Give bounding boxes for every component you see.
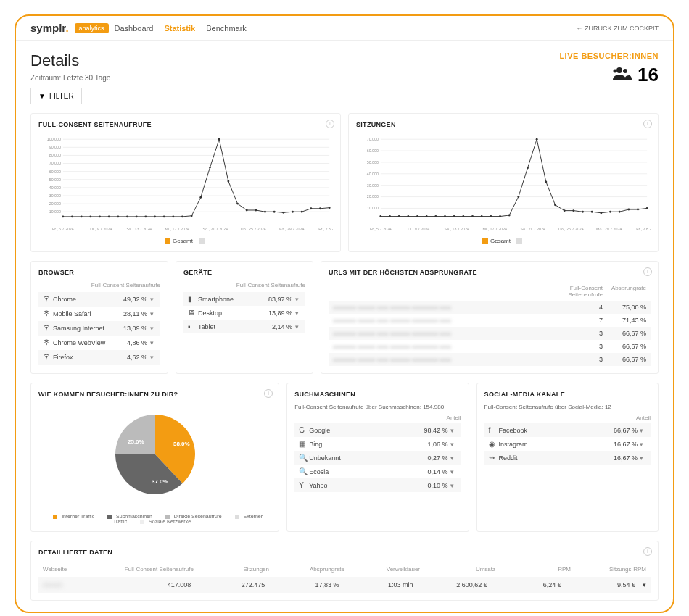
- svg-point-25: [81, 215, 83, 217]
- list-item[interactable]: Firefox4,62 %▾: [38, 350, 160, 365]
- svg-point-87: [490, 215, 492, 217]
- row-icon: [43, 324, 53, 333]
- list-item[interactable]: 🖥Desktop13,89 %▾: [183, 306, 305, 320]
- sessions-chart: 10.00020.00030.00040.00050.00060.00070.0…: [356, 134, 651, 236]
- svg-point-33: [154, 215, 156, 217]
- table-row[interactable]: xxxxxxxx xxxxxx xxxx xxxxxxx xxxxxxxxx x…: [329, 314, 651, 327]
- chevron-down-icon[interactable]: ▾: [448, 441, 457, 448]
- list-item[interactable]: Chrome WebView4,86 %▾: [38, 336, 160, 350]
- svg-point-92: [536, 138, 538, 141]
- row-icon: [43, 353, 53, 362]
- svg-text:60.000: 60.000: [49, 170, 61, 174]
- chevron-down-icon[interactable]: ▾: [292, 323, 301, 330]
- table-row[interactable]: xxxxxxxx xxxxxx xxxx xxxxxxx xxxxxxxxx x…: [329, 327, 651, 340]
- svg-text:Sa., 13.7.2024: Sa., 13.7.2024: [127, 227, 152, 231]
- list-item[interactable]: YYahoo0,10 %▾: [294, 478, 461, 492]
- list-item[interactable]: Mobile Safari28,11 %▾: [38, 307, 160, 321]
- row-icon: G: [299, 426, 309, 434]
- sources-pie-chart: 38.0% 37.0% 25.0%: [94, 404, 217, 505]
- chevron-down-icon[interactable]: ▾: [448, 482, 457, 489]
- back-to-cockpit-link[interactable]: ← ZURÜCK ZUM COCKPIT: [577, 25, 659, 32]
- svg-point-48: [292, 211, 294, 213]
- chevron-down-icon[interactable]: ▾: [638, 441, 646, 448]
- svg-text:30.000: 30.000: [49, 193, 61, 198]
- live-visitors: LIVE BESUCHER:INNEN 16: [559, 51, 659, 86]
- row-icon: [43, 295, 53, 304]
- svg-point-116: [46, 344, 47, 346]
- list-item[interactable]: ▦Bing1,06 %▾: [294, 437, 461, 451]
- list-item[interactable]: ▮Smartphone83,97 %▾: [183, 292, 305, 306]
- list-item[interactable]: ↪Reddit16,67 %▾: [484, 451, 651, 465]
- chart-title: SITZUNGEN: [356, 121, 651, 128]
- nav-dashboard[interactable]: Dashboard: [115, 24, 154, 33]
- svg-point-102: [627, 209, 630, 211]
- list-item[interactable]: 🔍Ecosia0,14 %▾: [294, 465, 461, 478]
- list-item[interactable]: Samsung Internet13,09 %▾: [38, 321, 160, 336]
- table-row[interactable]: xxxxxxxx xxxxxx xxxx xxxxxxx xxxxxxxxx x…: [329, 340, 651, 353]
- svg-point-117: [46, 359, 47, 360]
- row-icon: f: [489, 426, 499, 434]
- svg-point-52: [329, 207, 331, 209]
- svg-text:30.000: 30.000: [367, 183, 379, 188]
- row-icon: 🔍: [299, 467, 309, 475]
- svg-text:Fr., 2.8.2024: Fr., 2.8.2024: [318, 227, 333, 231]
- svg-text:10.000: 10.000: [49, 209, 61, 214]
- table-row[interactable]: xxxxxxxx xxxxxx xxxx xxxxxxx xxxxxxxxx x…: [329, 301, 651, 314]
- info-icon[interactable]: i: [326, 120, 334, 128]
- svg-text:Mo., 29.7.2024: Mo., 29.7.2024: [279, 227, 304, 231]
- page-title: Details: [30, 51, 110, 70]
- chevron-down-icon[interactable]: ▾: [638, 454, 646, 462]
- chevron-down-icon[interactable]: ▾: [147, 310, 156, 317]
- filter-label: FILTER: [49, 92, 74, 100]
- svg-text:25.0%: 25.0%: [128, 438, 144, 445]
- svg-text:Mi., 17.7.2024: Mi., 17.7.2024: [165, 227, 189, 231]
- chevron-down-icon[interactable]: ▾: [292, 309, 301, 317]
- list-item[interactable]: fFacebook66,67 %▾: [484, 423, 651, 437]
- chevron-down-icon[interactable]: ▾: [147, 325, 156, 332]
- svg-text:Mi., 17.7.2024: Mi., 17.7.2024: [482, 227, 507, 231]
- svg-point-98: [591, 211, 593, 213]
- search-engines-card: SUCHMASCHINEN Full-Consent Seitenaufrufe…: [286, 383, 469, 532]
- list-item[interactable]: ▪Tablet2,14 %▾: [183, 320, 305, 333]
- live-label: LIVE BESUCHER:INNEN: [559, 51, 659, 60]
- list-item[interactable]: 🔍Unbekannt0,27 %▾: [294, 451, 461, 465]
- svg-text:70.000: 70.000: [367, 137, 379, 141]
- chevron-down-icon[interactable]: ▾: [448, 468, 457, 475]
- svg-point-104: [646, 207, 648, 209]
- row-icon: ◉: [489, 440, 499, 448]
- svg-text:Sa., 13.7.2024: Sa., 13.7.2024: [445, 227, 470, 231]
- list-item[interactable]: GGoogle98,42 %▾: [294, 423, 461, 437]
- svg-point-101: [619, 211, 621, 213]
- list-item[interactable]: ◉Instagram16,67 %▾: [484, 437, 651, 451]
- info-icon[interactable]: i: [643, 267, 652, 276]
- info-icon[interactable]: i: [643, 120, 652, 128]
- svg-point-115: [46, 330, 47, 331]
- svg-text:50.000: 50.000: [49, 178, 61, 182]
- chevron-down-icon[interactable]: ▾: [147, 339, 156, 346]
- table-row[interactable]: xxxxxxxx xxxxxx xxxx xxxxxxx xxxxxxxxx x…: [329, 353, 651, 366]
- row-icon: [43, 309, 53, 318]
- svg-text:Do., 25.7.2024: Do., 25.7.2024: [241, 227, 266, 231]
- chevron-down-icon[interactable]: ▾: [635, 581, 646, 588]
- chevron-down-icon[interactable]: ▾: [638, 427, 646, 434]
- filter-button[interactable]: ▼ FILTER: [30, 88, 82, 104]
- chevron-down-icon[interactable]: ▾: [292, 296, 301, 303]
- nav-statistik[interactable]: Statistik: [164, 24, 195, 33]
- info-icon[interactable]: i: [264, 389, 273, 398]
- info-icon[interactable]: i: [643, 547, 652, 556]
- svg-text:Do., 25.7.2024: Do., 25.7.2024: [558, 227, 584, 231]
- svg-point-35: [172, 215, 174, 217]
- svg-point-77: [398, 215, 400, 217]
- nav-benchmark[interactable]: Benchmark: [206, 24, 247, 33]
- svg-point-26: [89, 215, 91, 217]
- chevron-down-icon[interactable]: ▾: [147, 354, 156, 361]
- chevron-down-icon[interactable]: ▾: [147, 296, 156, 303]
- svg-point-49: [301, 211, 303, 213]
- chevron-down-icon[interactable]: ▾: [448, 427, 457, 434]
- list-item[interactable]: Chrome49,32 %▾: [38, 292, 160, 307]
- chevron-down-icon[interactable]: ▾: [448, 454, 457, 462]
- svg-point-38: [199, 196, 202, 199]
- date-range: Zeitraum: Letzte 30 Tage: [30, 74, 110, 82]
- svg-text:Fr., 5.7.2024: Fr., 5.7.2024: [52, 227, 74, 231]
- svg-point-23: [62, 215, 64, 217]
